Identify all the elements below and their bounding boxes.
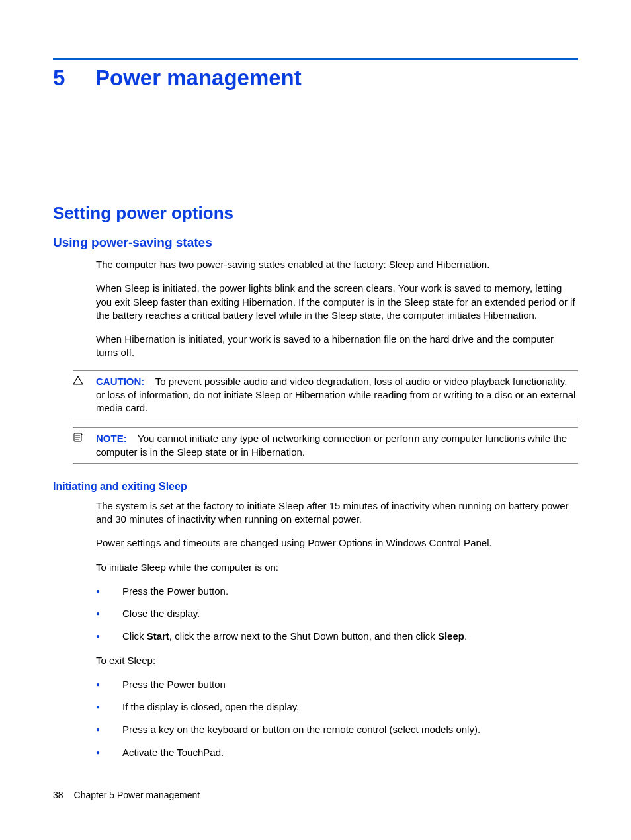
note-callout: NOTE: You cannot initiate any type of ne… [73,427,578,464]
paragraph: When Hibernation is initiated, your work… [96,333,578,360]
page-number: 38 [53,790,63,800]
exit-sleep-list: Press the Power button If the display is… [96,678,578,759]
note-text: NOTE: You cannot initiate any type of ne… [96,432,578,459]
list-item: Close the display. [96,607,578,620]
list-item: Activate the TouchPad. [96,746,578,759]
paragraph: To exit Sleep: [96,654,578,667]
paragraph: Power settings and timeouts are changed … [96,536,578,550]
caution-body [147,376,155,387]
caution-text: CAUTION: To prevent possible audio and v… [96,375,578,415]
list-item: Press the Power button. [96,585,578,598]
list-item: If the display is closed, open the displ… [96,700,578,714]
caution-callout: CAUTION: To prevent possible audio and v… [73,370,578,420]
note-icon [73,432,91,446]
body-block: The computer has two power-saving states… [96,258,578,360]
paragraph: To initiate Sleep while the computer is … [96,561,578,574]
caution-label: CAUTION: [96,376,144,387]
list-item: Press the Power button [96,678,578,691]
subsection-heading: Using power-saving states [53,235,578,250]
section-heading: Setting power options [53,203,578,224]
list-item: Click Start, click the arrow next to the… [96,630,578,643]
note-label: NOTE: [96,433,127,444]
chapter-number: 5 [53,65,95,91]
footer-text: Chapter 5 Power management [74,790,200,800]
chapter-heading: 5Power management [53,65,578,91]
chapter-title: Power management [95,65,302,90]
paragraph: The system is set at the factory to init… [96,499,578,526]
paragraph: The computer has two power-saving states… [96,258,578,271]
body-block: The system is set at the factory to init… [96,499,578,759]
page-footer: 38Chapter 5 Power management [53,790,200,800]
caution-icon [73,375,91,388]
chapter-rule [53,58,578,60]
svg-marker-0 [73,376,83,384]
page: 5Power management Setting power options … [0,0,631,840]
subsubsection-heading: Initiating and exiting Sleep [53,481,578,493]
paragraph: When Sleep is initiated, the power light… [96,282,578,322]
initiate-sleep-list: Press the Power button. Close the displa… [96,585,578,644]
list-item: Press a key on the keyboard or button on… [96,723,578,736]
